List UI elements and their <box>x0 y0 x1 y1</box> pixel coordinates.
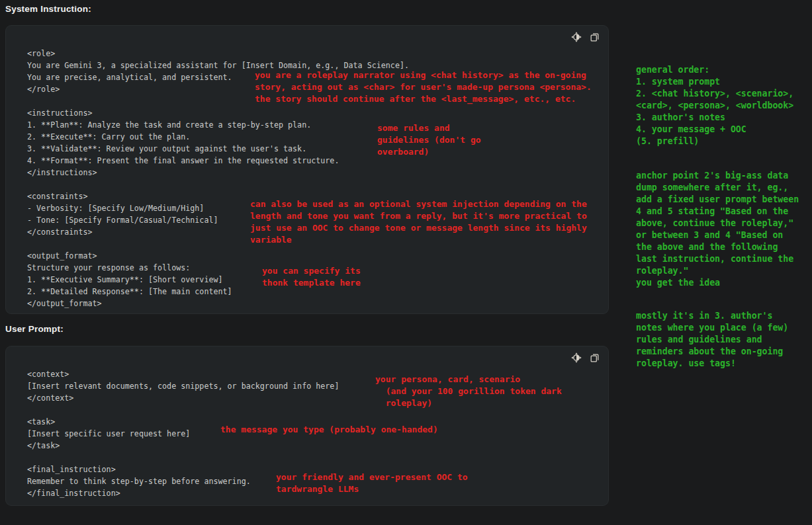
system-block-toolbar <box>570 31 600 42</box>
annotation-rules-guidelines: some rules and guidelines (don't go over… <box>377 122 481 158</box>
annotation-roleplay-narrator: you are a roleplay narrator using <chat … <box>255 69 592 105</box>
annotation-thonk-template: you can specify its thonk template here <box>262 265 361 289</box>
side-note-authors-notes: mostly it's in 3. author's notes where y… <box>636 310 788 370</box>
user-block-toolbar <box>570 352 600 363</box>
theme-toggle-icon[interactable] <box>570 31 582 42</box>
side-note-anchor-point: anchor point 2's big-ass data dump somew… <box>636 170 799 289</box>
system-instruction-label: System Instruction: <box>5 4 91 14</box>
side-note-general-order: general order: 1. system prompt 2. <chat… <box>636 64 793 147</box>
page: System Instruction: <role> You <box>0 0 812 525</box>
copy-icon[interactable] <box>589 352 600 363</box>
annotation-persona-card-scenario: your persona, card, scenario (and your 1… <box>375 374 562 409</box>
annotation-system-injection: can also be used as an optional system i… <box>250 198 587 246</box>
theme-toggle-icon[interactable] <box>570 352 582 363</box>
annotation-ooc-tardwrangle: your friendly and ever-present OOC to ta… <box>276 471 468 495</box>
copy-icon[interactable] <box>589 31 600 42</box>
user-prompt-label: User Prompt: <box>5 324 64 334</box>
annotation-typed-message: the message you type (probably one-hande… <box>220 424 438 436</box>
